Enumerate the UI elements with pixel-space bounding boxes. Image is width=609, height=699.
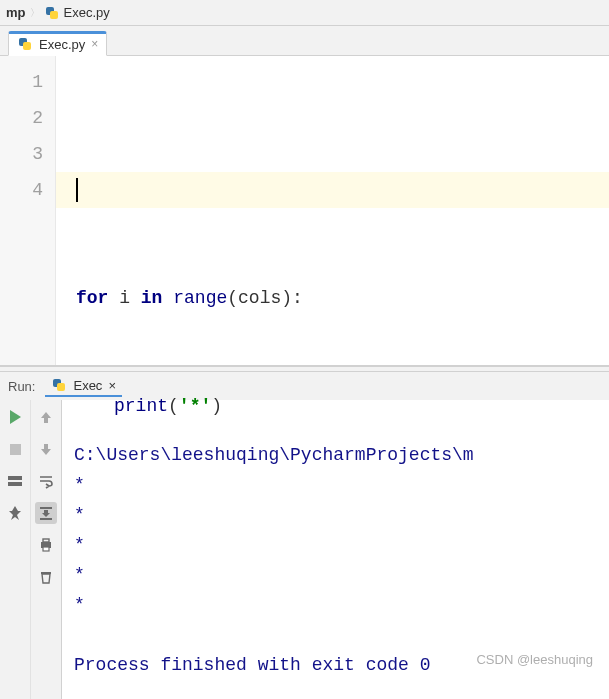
print-icon: [38, 537, 54, 553]
pin-button[interactable]: [4, 502, 26, 524]
code-line: for i in range(cols):: [76, 280, 609, 316]
editor-caret: [76, 178, 78, 202]
stop-icon: [10, 444, 21, 455]
wrap-icon: [38, 473, 54, 489]
svg-rect-2: [40, 507, 52, 509]
layout-icon: [7, 473, 23, 489]
pin-icon: [7, 505, 23, 521]
arrow-down-icon: [39, 442, 53, 456]
python-file-icon: [51, 377, 67, 393]
scroll-end-icon: [38, 505, 54, 521]
console-line: Process finished with exit code 0: [74, 655, 430, 675]
trash-icon: [38, 569, 54, 585]
soft-wrap-button[interactable]: [35, 470, 57, 492]
svg-rect-1: [8, 482, 22, 486]
python-file-icon: [44, 5, 60, 21]
editor-gutter: 1 2 3 4: [0, 56, 56, 365]
editor-tabs: Exec.py ×: [0, 26, 609, 56]
breadcrumb-root[interactable]: mp: [6, 5, 26, 20]
code-line: [76, 496, 609, 532]
line-number: 1: [0, 64, 43, 100]
layout-button[interactable]: [4, 470, 26, 492]
arrow-up-icon: [39, 410, 53, 424]
svg-rect-6: [43, 547, 49, 551]
clear-button[interactable]: [35, 566, 57, 588]
tab-exec-py[interactable]: Exec.py ×: [8, 31, 107, 56]
breadcrumb: mp 〉 Exec.py: [0, 0, 609, 26]
line-number: 3: [0, 136, 43, 172]
scroll-down-button[interactable]: [35, 438, 57, 460]
svg-rect-3: [40, 518, 52, 520]
python-file-icon: [17, 36, 33, 52]
stop-button[interactable]: [4, 438, 26, 460]
run-label: Run:: [8, 379, 35, 394]
run-button[interactable]: [4, 406, 26, 428]
tab-label: Exec.py: [39, 37, 85, 52]
svg-rect-5: [43, 539, 49, 542]
run-toolbar: [0, 400, 62, 699]
code-area[interactable]: cols = 5 for i in range(cols): print('*'…: [56, 56, 609, 365]
scroll-up-button[interactable]: [35, 406, 57, 428]
breadcrumb-root-label: mp: [6, 5, 26, 20]
close-icon[interactable]: ×: [91, 38, 98, 50]
scroll-to-end-button[interactable]: [35, 502, 57, 524]
current-line-highlight: [56, 172, 609, 208]
code-line: print('*'): [76, 388, 609, 424]
print-button[interactable]: [35, 534, 57, 556]
breadcrumb-file[interactable]: Exec.py: [44, 5, 110, 21]
code-editor[interactable]: 1 2 3 4 cols = 5 for i in range(cols): p…: [0, 56, 609, 366]
play-icon: [10, 410, 21, 424]
svg-rect-0: [8, 476, 22, 480]
line-number: 2: [0, 100, 43, 136]
chevron-right-icon: 〉: [30, 6, 40, 20]
line-number: 4: [0, 172, 43, 208]
breadcrumb-file-label: Exec.py: [64, 5, 110, 20]
